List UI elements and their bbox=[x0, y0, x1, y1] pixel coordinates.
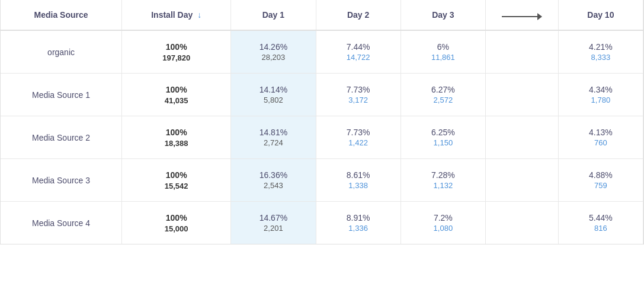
day2-count: 3,172 bbox=[323, 96, 393, 104]
day1-count: 2,201 bbox=[238, 224, 308, 233]
header-media-source: Media Source bbox=[1, 0, 122, 30]
cell-day3: 6%11,861 bbox=[401, 30, 485, 74]
install-count: 41,035 bbox=[129, 96, 223, 105]
day2-pct: 7.73% bbox=[323, 85, 393, 94]
day1-count: 2,543 bbox=[238, 181, 308, 190]
arrow-head bbox=[537, 13, 542, 20]
header-day1: Day 1 bbox=[231, 0, 316, 30]
day2-count: 14,722 bbox=[323, 53, 393, 62]
day3-count: 1,080 bbox=[408, 224, 478, 233]
install-count: 15,000 bbox=[129, 224, 223, 233]
cell-day10: 4.13%760 bbox=[558, 116, 643, 159]
install-pct: 100% bbox=[166, 213, 187, 223]
cell-source: Media Source 4 bbox=[1, 202, 122, 244]
day3-count: 11,861 bbox=[408, 53, 478, 62]
day2-count: 1,338 bbox=[323, 181, 393, 190]
cell-install-day: 100%18,388 bbox=[122, 116, 231, 159]
day1-pct: 14.67% bbox=[238, 213, 308, 223]
header-day10: Day 10 bbox=[558, 0, 643, 30]
cell-arrow-spacer bbox=[485, 74, 558, 116]
cell-source: organic bbox=[1, 30, 122, 74]
cell-day3: 7.2%1,080 bbox=[401, 202, 485, 244]
cell-arrow-spacer bbox=[485, 159, 558, 202]
cell-arrow-spacer bbox=[485, 116, 558, 159]
day10-count: 8,333 bbox=[566, 53, 636, 62]
day10-count: 1,780 bbox=[566, 96, 636, 104]
cell-day1: 16.36%2,543 bbox=[231, 159, 316, 202]
day1-pct: 14.26% bbox=[238, 42, 308, 52]
day10-count: 759 bbox=[566, 181, 636, 190]
cell-source: Media Source 2 bbox=[1, 116, 122, 159]
install-pct: 100% bbox=[166, 170, 187, 180]
day10-count: 816 bbox=[566, 224, 636, 233]
cell-day3: 6.25%1,150 bbox=[401, 116, 485, 159]
install-pct: 100% bbox=[166, 85, 187, 94]
day1-count: 28,203 bbox=[238, 53, 308, 62]
day3-pct: 6.27% bbox=[408, 85, 478, 94]
cell-day2: 7.44%14,722 bbox=[316, 30, 401, 74]
cell-install-day: 100%41,035 bbox=[122, 74, 231, 116]
cell-day3: 6.27%2,572 bbox=[401, 74, 485, 116]
day1-pct: 16.36% bbox=[238, 170, 308, 180]
day10-pct: 4.34% bbox=[566, 85, 636, 94]
cell-arrow-spacer bbox=[485, 30, 558, 74]
day10-pct: 4.13% bbox=[566, 128, 636, 137]
cell-day2: 8.91%1,336 bbox=[316, 202, 401, 244]
table-row: Media Source 1100%41,03514.14%5,8027.73%… bbox=[1, 74, 643, 116]
cell-source: Media Source 3 bbox=[1, 159, 122, 202]
cell-day1: 14.81%2,724 bbox=[231, 116, 316, 159]
table-row: organic100%197,82014.26%28,2037.44%14,72… bbox=[1, 30, 643, 74]
retention-table: Media Source Install Day ↓ Day 1 Day 2 D… bbox=[0, 0, 644, 244]
cell-day10: 5.44%816 bbox=[558, 202, 643, 244]
cell-day10: 4.34%1,780 bbox=[558, 74, 643, 116]
day2-count: 1,422 bbox=[323, 138, 393, 147]
cell-day2: 8.61%1,338 bbox=[316, 159, 401, 202]
cell-day3: 7.28%1,132 bbox=[401, 159, 485, 202]
table-row: Media Source 2100%18,38814.81%2,7247.73%… bbox=[1, 116, 643, 159]
day3-count: 2,572 bbox=[408, 96, 478, 104]
cell-day10: 4.21%8,333 bbox=[558, 30, 643, 74]
day10-pct: 4.88% bbox=[566, 170, 636, 180]
header-arrow bbox=[485, 0, 558, 30]
install-count: 197,820 bbox=[129, 53, 223, 62]
install-count: 18,388 bbox=[129, 139, 223, 148]
day3-count: 1,150 bbox=[408, 138, 478, 147]
cell-day1: 14.67%2,201 bbox=[231, 202, 316, 244]
day2-pct: 8.91% bbox=[323, 213, 393, 223]
cell-source: Media Source 1 bbox=[1, 74, 122, 116]
day2-pct: 7.44% bbox=[323, 42, 393, 52]
table-row: Media Source 4100%15,00014.67%2,2018.91%… bbox=[1, 202, 643, 244]
day2-pct: 8.61% bbox=[323, 170, 393, 180]
header-day2: Day 2 bbox=[316, 0, 401, 30]
cell-install-day: 100%15,542 bbox=[122, 159, 231, 202]
day3-pct: 6.25% bbox=[408, 128, 478, 137]
install-pct: 100% bbox=[166, 128, 187, 137]
day3-pct: 6% bbox=[408, 42, 478, 52]
day3-pct: 7.2% bbox=[408, 213, 478, 223]
cell-install-day: 100%15,000 bbox=[122, 202, 231, 244]
day10-pct: 4.21% bbox=[566, 42, 636, 52]
cell-day1: 14.26%28,203 bbox=[231, 30, 316, 74]
install-count: 15,542 bbox=[129, 182, 223, 190]
sort-down-icon[interactable]: ↓ bbox=[197, 10, 201, 20]
cell-install-day: 100%197,820 bbox=[122, 30, 231, 74]
day2-count: 1,336 bbox=[323, 224, 393, 233]
cell-day2: 7.73%3,172 bbox=[316, 74, 401, 116]
cell-day1: 14.14%5,802 bbox=[231, 74, 316, 116]
day3-count: 1,132 bbox=[408, 181, 478, 190]
day1-pct: 14.14% bbox=[238, 85, 308, 94]
arrow-line bbox=[502, 16, 537, 17]
day1-count: 5,802 bbox=[238, 96, 308, 104]
header-day3: Day 3 bbox=[401, 0, 485, 30]
install-pct: 100% bbox=[166, 42, 187, 52]
day1-count: 2,724 bbox=[238, 138, 308, 147]
header-install-day[interactable]: Install Day ↓ bbox=[122, 0, 231, 30]
cell-day10: 4.88%759 bbox=[558, 159, 643, 202]
cell-arrow-spacer bbox=[485, 202, 558, 244]
table-row: Media Source 3100%15,54216.36%2,5438.61%… bbox=[1, 159, 643, 202]
day10-pct: 5.44% bbox=[566, 213, 636, 223]
day1-pct: 14.81% bbox=[238, 128, 308, 137]
day10-count: 760 bbox=[566, 138, 636, 147]
day2-pct: 7.73% bbox=[323, 128, 393, 137]
day3-pct: 7.28% bbox=[408, 170, 478, 180]
